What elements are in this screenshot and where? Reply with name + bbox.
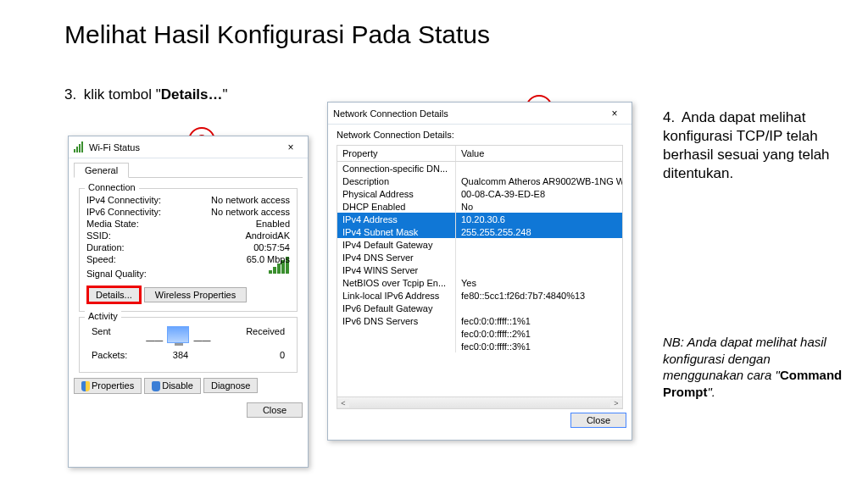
details-row[interactable]: NetBIOS over Tcpip En...Yes <box>337 276 622 289</box>
details-property: Connection-specific DN... <box>337 162 456 175</box>
received-label: Received <box>246 326 285 345</box>
details-row[interactable]: IPv4 WINS Server <box>337 263 622 276</box>
nb-text: NB: Anda dapat melihat hasil konfigurasi… <box>663 334 844 400</box>
connection-legend: Connection <box>85 182 139 192</box>
activity-legend: Activity <box>85 311 121 321</box>
details-row[interactable]: IPv4 Subnet Mask255.255.255.248 <box>337 225 622 238</box>
connection-key: SSID: <box>86 230 111 241</box>
connection-value: No network access <box>211 207 290 217</box>
details-property: IPv6 DNS Servers <box>337 314 456 327</box>
connection-row: SSID:AndroidAK <box>86 230 290 241</box>
details-label: Network Connection Details: <box>328 125 632 145</box>
details-row[interactable]: fec0:0:0:ffff::3%1 <box>337 340 622 352</box>
details-titlebar[interactable]: Network Connection Details × <box>328 103 632 125</box>
details-header[interactable]: Property Value <box>337 146 622 162</box>
connection-value: No network access <box>211 195 290 205</box>
wifi-title: Wi-Fi Status <box>89 142 279 152</box>
column-property[interactable]: Property <box>337 146 456 161</box>
shield-icon <box>152 381 160 391</box>
horizontal-scrollbar[interactable]: < > <box>337 397 623 409</box>
details-value: Yes <box>456 276 622 289</box>
connection-value: 65.0 Mbps <box>247 254 290 264</box>
details-row[interactable]: IPv6 DNS Serversfec0:0:0:ffff::1%1 <box>337 314 622 327</box>
activity-group: Activity Sent —— —— Received Packets: 38… <box>79 317 298 373</box>
details-property: IPv4 Address <box>337 213 456 225</box>
details-property: DHCP Enabled <box>337 200 456 213</box>
details-property: Description <box>337 175 456 187</box>
details-value <box>456 238 622 251</box>
page-title: Melihat Hasil Konfigurasi Pada Status <box>64 20 490 49</box>
step3-text: 3. klik tombol "Details…" <box>64 86 228 103</box>
details-window: Network Connection Details × Network Con… <box>327 102 632 441</box>
details-row[interactable]: Connection-specific DN... <box>337 162 622 175</box>
step3-suffix: " <box>223 86 228 103</box>
close-button[interactable]: Close <box>247 402 303 418</box>
details-value <box>456 263 622 276</box>
connection-value: 00:57:54 <box>253 242 290 252</box>
properties-button[interactable]: Properties <box>74 378 142 394</box>
connection-value: Enabled <box>256 219 290 229</box>
details-value: 00-08-CA-39-ED-E8 <box>456 187 622 200</box>
close-button[interactable]: Close <box>570 413 626 428</box>
connection-row: Speed:65.0 Mbps <box>86 253 290 265</box>
close-icon[interactable]: × <box>279 141 303 153</box>
step3-prefix: klik tombol " <box>84 86 161 103</box>
details-property: Link-local IPv6 Address <box>337 289 456 302</box>
scroll-left-button[interactable]: < <box>337 399 349 408</box>
details-value <box>456 302 622 314</box>
diagnose-button[interactable]: Diagnose <box>203 378 258 393</box>
details-value: fe80::5cc1:f26d:7b7:4840%13 <box>456 289 622 302</box>
details-property <box>337 327 456 340</box>
column-value[interactable]: Value <box>456 146 622 161</box>
connection-row: Media State:Enabled <box>86 218 290 230</box>
step3-bold: Details… <box>161 86 223 103</box>
details-row[interactable]: IPv6 Default Gateway <box>337 302 622 314</box>
details-property: Physical Address <box>337 187 456 200</box>
connection-row: Duration:00:57:54 <box>86 241 290 253</box>
packets-label: Packets: <box>92 350 127 360</box>
packets-sent-value: 384 <box>129 350 188 360</box>
details-value: 255.255.255.248 <box>456 225 622 238</box>
details-row[interactable]: fec0:0:0:ffff::2%1 <box>337 327 622 340</box>
nb-suffix: ". <box>708 385 716 399</box>
details-title: Network Connection Details <box>333 108 603 119</box>
details-value: Qualcomm Atheros AR9002WB-1NG Wire <box>456 175 622 187</box>
signal-quality-label: Signal Quality: <box>86 269 290 279</box>
connection-row: IPv4 Connectivity:No network access <box>86 194 290 206</box>
wifi-titlebar[interactable]: Wi-Fi Status × <box>69 136 308 158</box>
step4-number: 4. <box>663 108 682 127</box>
details-value <box>456 162 622 175</box>
connection-key: Duration: <box>86 242 125 252</box>
details-property <box>337 340 456 352</box>
details-button[interactable]: Details... <box>86 286 142 304</box>
wifi-tab-content: Connection IPv4 Connectivity:No network … <box>74 177 303 378</box>
wifi-bottom-buttons: Properties Disable Diagnose <box>69 378 308 399</box>
close-icon[interactable]: × <box>603 108 626 119</box>
details-row[interactable]: IPv4 DNS Server <box>337 251 622 263</box>
connection-key: IPv6 Connectivity: <box>86 207 161 217</box>
tab-general[interactable]: General <box>74 163 129 178</box>
details-row[interactable]: IPv4 Address10.20.30.6 <box>337 213 622 225</box>
details-property: NetBIOS over Tcpip En... <box>337 276 456 289</box>
details-row[interactable]: Physical Address00-08-CA-39-ED-E8 <box>337 187 622 200</box>
connection-group: Connection IPv4 Connectivity:No network … <box>79 188 298 312</box>
disable-button[interactable]: Disable <box>144 378 201 394</box>
sent-label: Sent <box>92 326 111 345</box>
step4-text: 4.Anda dapat melihat konfigurasi TCP/IP … <box>663 108 839 183</box>
connection-key: Media State: <box>86 219 139 229</box>
wifi-status-window: Wi-Fi Status × General Connection IPv4 C… <box>68 136 309 468</box>
connection-value: AndroidAK <box>245 230 290 241</box>
connection-row: IPv6 Connectivity:No network access <box>86 206 290 218</box>
details-row[interactable]: Link-local IPv6 Addressfe80::5cc1:f26d:7… <box>337 289 622 302</box>
details-row[interactable]: DescriptionQualcomm Atheros AR9002WB-1NG… <box>337 175 622 187</box>
packets-recv-value: 0 <box>225 350 285 360</box>
details-property: IPv4 DNS Server <box>337 251 456 263</box>
wireless-properties-button[interactable]: Wireless Properties <box>144 287 247 302</box>
details-row[interactable]: DHCP EnabledNo <box>337 200 622 213</box>
details-property: IPv4 Subnet Mask <box>337 225 456 238</box>
details-row[interactable]: IPv4 Default Gateway <box>337 238 622 251</box>
details-value: 10.20.30.6 <box>456 213 622 225</box>
scroll-right-button[interactable]: > <box>610 399 622 408</box>
details-close-row: Close <box>328 409 632 433</box>
shield-icon <box>81 381 90 391</box>
